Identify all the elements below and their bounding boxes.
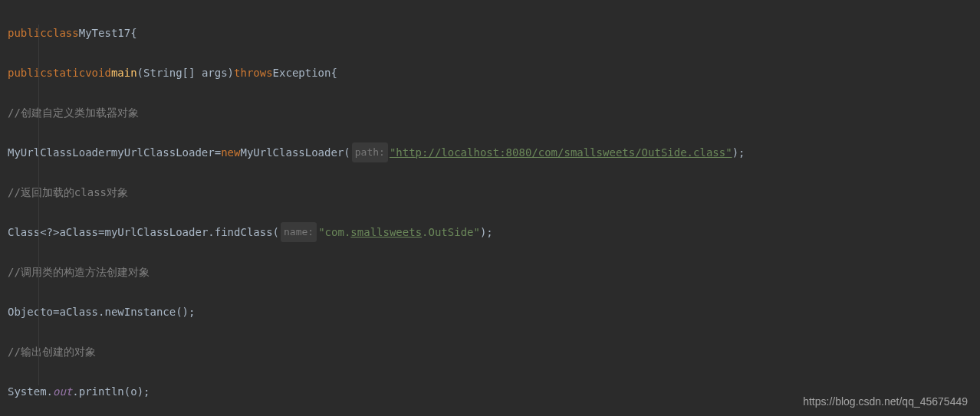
- parameter-hint: name:: [281, 222, 317, 242]
- semicolon: ;: [738, 142, 745, 162]
- watermark: https://blog.csdn.net/qq_45675449: [803, 391, 968, 411]
- paren: (: [344, 142, 350, 162]
- constructor: MyUrlClassLoader: [240, 142, 344, 162]
- operator: =: [215, 142, 221, 162]
- string-url: "http://localhost:8080/com/smallsweets/O…: [390, 142, 732, 162]
- semicolon: ;: [189, 302, 195, 322]
- code-line: public class MyTest17 {: [8, 23, 980, 43]
- type: Class<?>: [8, 222, 59, 242]
- method-call: println: [79, 382, 124, 401]
- comment-line: // 创建自定义类加载器对象: [8, 103, 980, 123]
- string-underline: smallsweets: [350, 222, 422, 242]
- paren: ): [732, 142, 738, 162]
- parameter-hint: path:: [352, 142, 388, 162]
- comment-slash: //: [8, 182, 21, 202]
- keyword: static: [47, 63, 86, 83]
- comment-text: 输出创建的对象: [21, 342, 96, 362]
- keyword: public: [8, 23, 47, 43]
- paren: ): [137, 382, 143, 401]
- dot: .: [208, 222, 214, 242]
- comment-slash: //: [8, 103, 21, 123]
- dot: .: [47, 382, 53, 401]
- type: Object: [8, 302, 47, 322]
- comment-line: // 输出创建的对象: [8, 342, 980, 362]
- code-editor[interactable]: public class MyTest17 { public static vo…: [0, 0, 980, 416]
- code-line: public static void main(String[] args) t…: [8, 63, 980, 83]
- paren: (: [273, 222, 279, 242]
- method-call: newInstance: [104, 302, 176, 322]
- paren: ): [480, 222, 486, 242]
- exception-type: Exception: [273, 63, 331, 83]
- comment-text: 返回加载的class对象: [21, 182, 128, 202]
- field: out: [53, 382, 72, 401]
- type: MyUrlClassLoader: [8, 142, 111, 162]
- operator: =: [53, 302, 59, 322]
- keyword: class: [47, 23, 79, 43]
- code-line: MyUrlClassLoader myUrlClassLoader = new …: [8, 142, 980, 162]
- semicolon: ;: [143, 382, 150, 401]
- comment-line: // 调用类的构造方法创建对象: [8, 262, 980, 282]
- code-line: Object o = aClass.newInstance();: [8, 302, 980, 322]
- code-line: Class<?> aClass = myUrlClassLoader.findC…: [8, 222, 980, 242]
- dot: .: [72, 382, 78, 401]
- paren: (: [124, 382, 130, 401]
- object: aClass: [59, 302, 98, 322]
- paren: (): [176, 302, 189, 322]
- argument: o: [130, 382, 136, 401]
- variable: aClass: [59, 222, 98, 242]
- class-name: MyTest17: [79, 23, 130, 43]
- keyword: void: [85, 63, 111, 83]
- comment-line: // 返回加载的class对象: [8, 182, 980, 202]
- comment-text: 调用类的构造方法创建对象: [21, 262, 150, 282]
- class-ref: System: [8, 382, 47, 401]
- keyword: throws: [234, 63, 273, 83]
- semicolon: ;: [486, 222, 492, 242]
- variable: myUrlClassLoader: [111, 142, 215, 162]
- comment-slash: //: [8, 342, 21, 362]
- method-name: main: [111, 63, 137, 83]
- method-call: findClass: [215, 222, 273, 242]
- params: (String[] args): [137, 63, 234, 83]
- object: myUrlClassLoader: [104, 222, 208, 242]
- keyword: public: [8, 63, 47, 83]
- dot: .: [98, 302, 104, 322]
- comment-slash: //: [8, 262, 21, 282]
- variable: o: [47, 302, 53, 322]
- brace: {: [130, 23, 136, 43]
- keyword: new: [221, 142, 240, 162]
- brace: {: [331, 63, 337, 83]
- operator: =: [98, 222, 104, 242]
- string: .OutSide": [422, 222, 480, 242]
- string: "com.: [318, 222, 350, 242]
